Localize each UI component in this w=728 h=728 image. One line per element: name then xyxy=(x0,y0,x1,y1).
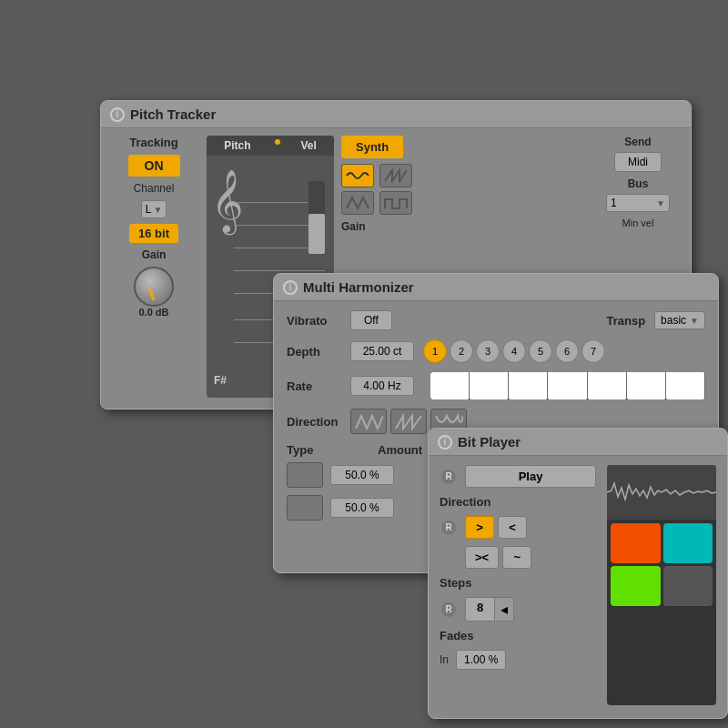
staff-dot-icon xyxy=(275,139,280,145)
channel-dropdown[interactable]: L ▼ xyxy=(141,200,167,218)
pt-left-controls: Tracking ON Channel L ▼ 16 bit Gain 0.0 … xyxy=(108,136,199,398)
voice-btn-2[interactable]: 2 xyxy=(450,339,473,363)
type-square-icon xyxy=(291,500,318,516)
forward-button[interactable]: > xyxy=(465,516,494,539)
bounce-button[interactable]: >< xyxy=(465,546,499,569)
play-row: R Play xyxy=(440,465,596,488)
multi-harmonizer-title: Multi Harmonizer xyxy=(303,279,414,295)
direction-group: > < xyxy=(465,516,527,539)
steps-label: Steps xyxy=(440,576,596,590)
pitch-tracker-info-icon[interactable]: i xyxy=(110,107,125,122)
dir-wave-btn-1[interactable] xyxy=(350,409,387,434)
random-button[interactable]: ~ xyxy=(502,546,531,569)
multi-harmonizer-info-icon[interactable]: i xyxy=(283,280,298,295)
transp-label: Transp xyxy=(606,314,645,328)
note-display: F# xyxy=(214,374,227,387)
play-r-button[interactable]: R xyxy=(440,468,458,486)
steps-r-button[interactable]: R xyxy=(440,601,458,619)
amount-header: Amount xyxy=(378,443,432,457)
gain-label: Gain xyxy=(142,248,167,261)
vel-header-label: Vel xyxy=(300,139,316,152)
wave-sine-btn[interactable] xyxy=(341,164,374,187)
dir-wave-btn-2[interactable] xyxy=(390,409,427,434)
vibrato-row: Vibrato Off Transp basic ▼ xyxy=(287,310,705,330)
transp-dropdown[interactable]: basic ▼ xyxy=(654,311,705,329)
pitch-header-label: Pitch xyxy=(224,139,250,152)
piano-key-white-1 xyxy=(430,372,470,399)
piano-key-white-6 xyxy=(627,372,666,399)
type-square-btn[interactable] xyxy=(287,495,323,521)
channel-value: L xyxy=(146,203,152,216)
waveform-display xyxy=(607,465,716,520)
square-wave-icon xyxy=(383,196,409,210)
fades-in-label: In xyxy=(440,653,449,666)
staff-header: Pitch Vel xyxy=(207,136,334,156)
rate-row: Rate 4.00 Hz xyxy=(287,372,705,399)
waveform-grid xyxy=(341,164,414,215)
channel-label: Channel xyxy=(134,182,175,195)
bp-body: R Play Direction R > < >< ~ S xyxy=(429,456,727,714)
channel-row: Channel xyxy=(134,182,175,195)
midi-button[interactable]: Midi xyxy=(614,152,662,172)
bus-chevron-icon: ▼ xyxy=(656,198,665,208)
bus-dropdown[interactable]: 1 ▼ xyxy=(606,194,670,212)
square-amount-value[interactable]: 50.0 % xyxy=(330,498,394,518)
voice-btn-6[interactable]: 6 xyxy=(555,339,579,363)
backward-button[interactable]: < xyxy=(498,516,527,539)
type-sine-btn[interactable] xyxy=(287,462,323,488)
depth-label: Depth xyxy=(287,345,341,359)
play-button[interactable]: Play xyxy=(465,465,596,488)
direction-section-label: Direction xyxy=(440,495,596,509)
rate-label: Rate xyxy=(287,379,341,393)
color-pad-empty[interactable] xyxy=(663,566,713,606)
wave-saw-btn[interactable] xyxy=(379,164,412,187)
bus-value: 1 xyxy=(611,197,617,209)
color-pad-orange[interactable] xyxy=(611,523,661,563)
wave-triangle-btn[interactable] xyxy=(341,191,374,215)
pitch-bar xyxy=(308,181,325,254)
type-header: Type xyxy=(287,443,341,457)
voice-btn-1[interactable]: 1 xyxy=(423,339,447,363)
rate-value[interactable]: 4.00 Hz xyxy=(350,376,414,396)
on-button[interactable]: ON xyxy=(128,155,180,177)
pitch-bar-fill xyxy=(308,214,325,254)
steps-value: 8 xyxy=(465,597,495,622)
synth-button[interactable]: Synth xyxy=(341,136,403,158)
bit-player-titlebar: i Bit Player xyxy=(429,429,727,456)
voice-btn-7[interactable]: 7 xyxy=(581,339,605,363)
piano-key-white-5 xyxy=(588,372,627,399)
bit-display[interactable]: 16 bit xyxy=(129,224,178,243)
direction-row-2: >< ~ xyxy=(440,546,596,569)
send-label: Send xyxy=(624,136,651,148)
color-pads xyxy=(607,520,716,610)
wave-square-btn[interactable] xyxy=(379,191,412,215)
depth-value[interactable]: 25.00 ct xyxy=(350,341,414,361)
color-pad-green[interactable] xyxy=(611,566,661,606)
sine-amount-value[interactable]: 50.0 % xyxy=(330,465,394,485)
steps-arrow-icon[interactable]: ◂ xyxy=(495,597,514,622)
send-section: Send Midi xyxy=(614,136,662,172)
color-pad-cyan[interactable] xyxy=(663,523,713,563)
vibrato-off-button[interactable]: Off xyxy=(350,310,392,330)
bp-left-controls: R Play Direction R > < >< ~ S xyxy=(440,465,596,705)
piano-key-white-3 xyxy=(509,372,548,399)
direction-row-1: R > < xyxy=(440,516,596,539)
gain-knob[interactable] xyxy=(134,267,174,307)
depth-voice-row: Depth 25.00 ct 1 2 3 4 5 6 7 xyxy=(287,339,705,363)
bit-player-info-icon[interactable]: i xyxy=(438,435,452,450)
channel-chevron-icon: ▼ xyxy=(153,205,162,215)
multi-harmonizer-titlebar: i Multi Harmonizer xyxy=(274,274,718,301)
voice-btn-4[interactable]: 4 xyxy=(502,339,526,363)
direction-r-button[interactable]: R xyxy=(440,519,458,537)
gain-value: 0.0 dB xyxy=(138,307,168,318)
fades-row: In 1.00 % xyxy=(440,650,596,670)
fades-value[interactable]: 1.00 % xyxy=(456,650,506,670)
dir-wave-2-icon xyxy=(394,412,423,430)
triangle-wave-icon xyxy=(345,196,370,210)
pitch-tracker-title: Pitch Tracker xyxy=(130,106,216,122)
voice-btn-3[interactable]: 3 xyxy=(476,339,500,363)
vibrato-label: Vibrato xyxy=(287,314,341,328)
bus-section: Bus 1 ▼ xyxy=(606,177,670,212)
piano-key-white-7 xyxy=(666,372,705,399)
voice-btn-5[interactable]: 5 xyxy=(529,339,552,363)
